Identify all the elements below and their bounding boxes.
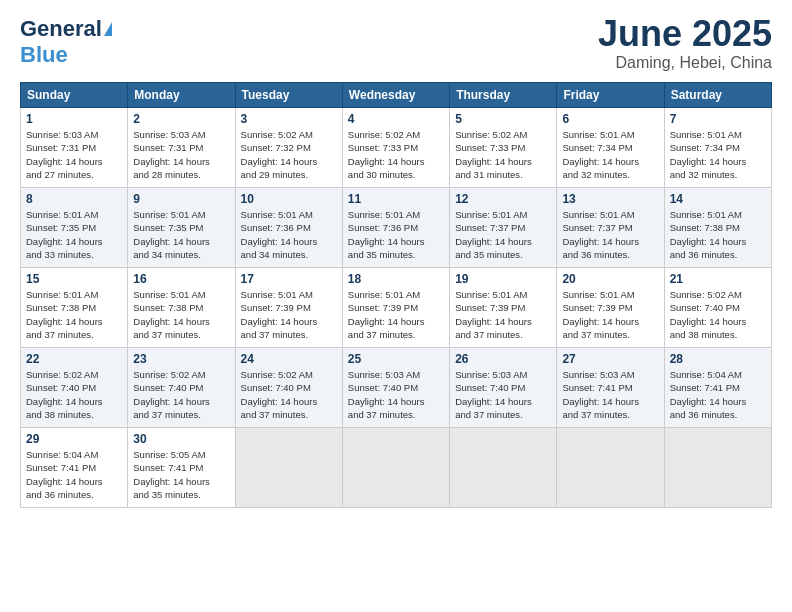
calendar-header-row: Sunday Monday Tuesday Wednesday Thursday… xyxy=(21,83,772,108)
day-info: Sunrise: 5:01 AMSunset: 7:36 PMDaylight:… xyxy=(241,208,337,261)
calendar-cell: 27Sunrise: 5:03 AMSunset: 7:41 PMDayligh… xyxy=(557,348,664,428)
day-info: Sunrise: 5:02 AMSunset: 7:40 PMDaylight:… xyxy=(670,288,766,341)
calendar-cell: 15Sunrise: 5:01 AMSunset: 7:38 PMDayligh… xyxy=(21,268,128,348)
calendar-cell: 23Sunrise: 5:02 AMSunset: 7:40 PMDayligh… xyxy=(128,348,235,428)
calendar-week-row: 22Sunrise: 5:02 AMSunset: 7:40 PMDayligh… xyxy=(21,348,772,428)
day-number: 21 xyxy=(670,272,766,286)
day-number: 13 xyxy=(562,192,658,206)
calendar-cell: 20Sunrise: 5:01 AMSunset: 7:39 PMDayligh… xyxy=(557,268,664,348)
day-info: Sunrise: 5:01 AMSunset: 7:37 PMDaylight:… xyxy=(562,208,658,261)
calendar-cell: 16Sunrise: 5:01 AMSunset: 7:38 PMDayligh… xyxy=(128,268,235,348)
calendar-cell: 6Sunrise: 5:01 AMSunset: 7:34 PMDaylight… xyxy=(557,108,664,188)
day-info: Sunrise: 5:01 AMSunset: 7:37 PMDaylight:… xyxy=(455,208,551,261)
logo-icon xyxy=(104,22,112,36)
calendar-cell: 8Sunrise: 5:01 AMSunset: 7:35 PMDaylight… xyxy=(21,188,128,268)
calendar-week-row: 8Sunrise: 5:01 AMSunset: 7:35 PMDaylight… xyxy=(21,188,772,268)
title-block: June 2025 Daming, Hebei, China xyxy=(598,16,772,72)
col-monday: Monday xyxy=(128,83,235,108)
col-friday: Friday xyxy=(557,83,664,108)
col-wednesday: Wednesday xyxy=(342,83,449,108)
calendar-cell: 2Sunrise: 5:03 AMSunset: 7:31 PMDaylight… xyxy=(128,108,235,188)
day-info: Sunrise: 5:01 AMSunset: 7:39 PMDaylight:… xyxy=(348,288,444,341)
day-info: Sunrise: 5:03 AMSunset: 7:40 PMDaylight:… xyxy=(455,368,551,421)
calendar-week-row: 15Sunrise: 5:01 AMSunset: 7:38 PMDayligh… xyxy=(21,268,772,348)
day-number: 17 xyxy=(241,272,337,286)
col-thursday: Thursday xyxy=(450,83,557,108)
day-number: 10 xyxy=(241,192,337,206)
calendar-cell: 26Sunrise: 5:03 AMSunset: 7:40 PMDayligh… xyxy=(450,348,557,428)
day-number: 6 xyxy=(562,112,658,126)
col-tuesday: Tuesday xyxy=(235,83,342,108)
calendar-cell xyxy=(450,428,557,508)
col-sunday: Sunday xyxy=(21,83,128,108)
day-info: Sunrise: 5:03 AMSunset: 7:40 PMDaylight:… xyxy=(348,368,444,421)
day-info: Sunrise: 5:04 AMSunset: 7:41 PMDaylight:… xyxy=(670,368,766,421)
day-number: 24 xyxy=(241,352,337,366)
day-number: 25 xyxy=(348,352,444,366)
day-number: 18 xyxy=(348,272,444,286)
day-number: 27 xyxy=(562,352,658,366)
calendar-cell xyxy=(664,428,771,508)
day-info: Sunrise: 5:01 AMSunset: 7:39 PMDaylight:… xyxy=(562,288,658,341)
day-number: 28 xyxy=(670,352,766,366)
day-number: 19 xyxy=(455,272,551,286)
day-number: 8 xyxy=(26,192,122,206)
col-saturday: Saturday xyxy=(664,83,771,108)
calendar-cell: 25Sunrise: 5:03 AMSunset: 7:40 PMDayligh… xyxy=(342,348,449,428)
calendar-cell: 11Sunrise: 5:01 AMSunset: 7:36 PMDayligh… xyxy=(342,188,449,268)
calendar-table: Sunday Monday Tuesday Wednesday Thursday… xyxy=(20,82,772,508)
day-info: Sunrise: 5:01 AMSunset: 7:36 PMDaylight:… xyxy=(348,208,444,261)
day-number: 5 xyxy=(455,112,551,126)
day-number: 22 xyxy=(26,352,122,366)
day-info: Sunrise: 5:01 AMSunset: 7:38 PMDaylight:… xyxy=(670,208,766,261)
calendar-cell xyxy=(557,428,664,508)
calendar-cell: 22Sunrise: 5:02 AMSunset: 7:40 PMDayligh… xyxy=(21,348,128,428)
day-number: 29 xyxy=(26,432,122,446)
calendar-cell: 1Sunrise: 5:03 AMSunset: 7:31 PMDaylight… xyxy=(21,108,128,188)
day-number: 15 xyxy=(26,272,122,286)
calendar-cell: 24Sunrise: 5:02 AMSunset: 7:40 PMDayligh… xyxy=(235,348,342,428)
day-number: 16 xyxy=(133,272,229,286)
day-number: 1 xyxy=(26,112,122,126)
title-location: Daming, Hebei, China xyxy=(598,54,772,72)
day-info: Sunrise: 5:01 AMSunset: 7:38 PMDaylight:… xyxy=(133,288,229,341)
calendar-cell: 3Sunrise: 5:02 AMSunset: 7:32 PMDaylight… xyxy=(235,108,342,188)
day-number: 12 xyxy=(455,192,551,206)
logo: General Blue xyxy=(20,16,112,68)
calendar-cell: 17Sunrise: 5:01 AMSunset: 7:39 PMDayligh… xyxy=(235,268,342,348)
calendar-cell: 14Sunrise: 5:01 AMSunset: 7:38 PMDayligh… xyxy=(664,188,771,268)
calendar-cell: 28Sunrise: 5:04 AMSunset: 7:41 PMDayligh… xyxy=(664,348,771,428)
day-number: 30 xyxy=(133,432,229,446)
day-info: Sunrise: 5:01 AMSunset: 7:38 PMDaylight:… xyxy=(26,288,122,341)
day-info: Sunrise: 5:02 AMSunset: 7:40 PMDaylight:… xyxy=(133,368,229,421)
calendar-cell: 9Sunrise: 5:01 AMSunset: 7:35 PMDaylight… xyxy=(128,188,235,268)
calendar-cell: 19Sunrise: 5:01 AMSunset: 7:39 PMDayligh… xyxy=(450,268,557,348)
day-info: Sunrise: 5:04 AMSunset: 7:41 PMDaylight:… xyxy=(26,448,122,501)
day-number: 7 xyxy=(670,112,766,126)
calendar-cell: 29Sunrise: 5:04 AMSunset: 7:41 PMDayligh… xyxy=(21,428,128,508)
day-info: Sunrise: 5:01 AMSunset: 7:35 PMDaylight:… xyxy=(26,208,122,261)
header: General Blue June 2025 Daming, Hebei, Ch… xyxy=(20,16,772,72)
day-info: Sunrise: 5:02 AMSunset: 7:33 PMDaylight:… xyxy=(348,128,444,181)
logo-blue: Blue xyxy=(20,42,68,68)
calendar-cell: 21Sunrise: 5:02 AMSunset: 7:40 PMDayligh… xyxy=(664,268,771,348)
day-number: 23 xyxy=(133,352,229,366)
calendar-cell: 12Sunrise: 5:01 AMSunset: 7:37 PMDayligh… xyxy=(450,188,557,268)
day-info: Sunrise: 5:03 AMSunset: 7:31 PMDaylight:… xyxy=(133,128,229,181)
page: General Blue June 2025 Daming, Hebei, Ch… xyxy=(0,0,792,612)
day-number: 20 xyxy=(562,272,658,286)
calendar-cell: 4Sunrise: 5:02 AMSunset: 7:33 PMDaylight… xyxy=(342,108,449,188)
calendar-cell: 18Sunrise: 5:01 AMSunset: 7:39 PMDayligh… xyxy=(342,268,449,348)
calendar-week-row: 29Sunrise: 5:04 AMSunset: 7:41 PMDayligh… xyxy=(21,428,772,508)
day-info: Sunrise: 5:03 AMSunset: 7:31 PMDaylight:… xyxy=(26,128,122,181)
calendar-cell: 13Sunrise: 5:01 AMSunset: 7:37 PMDayligh… xyxy=(557,188,664,268)
day-number: 2 xyxy=(133,112,229,126)
title-month: June 2025 xyxy=(598,16,772,52)
calendar-cell: 7Sunrise: 5:01 AMSunset: 7:34 PMDaylight… xyxy=(664,108,771,188)
day-info: Sunrise: 5:01 AMSunset: 7:39 PMDaylight:… xyxy=(455,288,551,341)
day-number: 3 xyxy=(241,112,337,126)
day-info: Sunrise: 5:02 AMSunset: 7:32 PMDaylight:… xyxy=(241,128,337,181)
calendar-cell: 5Sunrise: 5:02 AMSunset: 7:33 PMDaylight… xyxy=(450,108,557,188)
calendar-cell: 10Sunrise: 5:01 AMSunset: 7:36 PMDayligh… xyxy=(235,188,342,268)
calendar-week-row: 1Sunrise: 5:03 AMSunset: 7:31 PMDaylight… xyxy=(21,108,772,188)
